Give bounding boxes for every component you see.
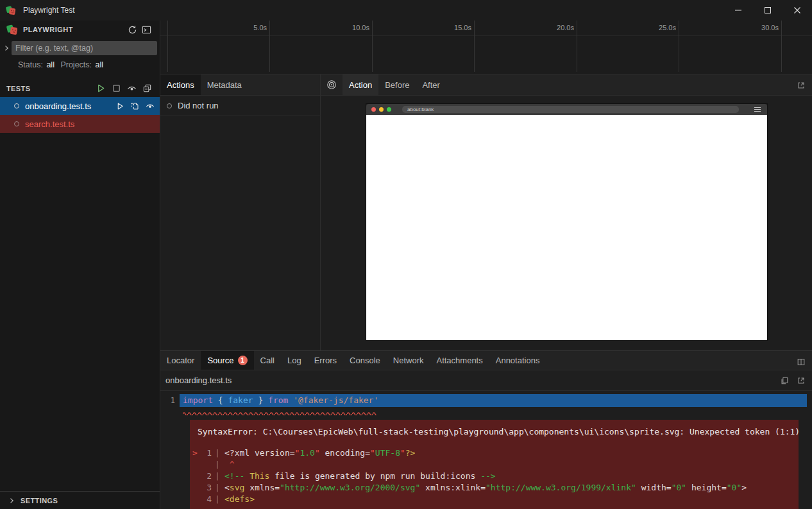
filter-input[interactable] bbox=[12, 41, 157, 55]
timeline-tick bbox=[474, 21, 475, 72]
show-source-button[interactable] bbox=[131, 102, 139, 110]
timeline-tick bbox=[679, 21, 679, 72]
playwright-test-window: Playwright Test PLAYWRIG bbox=[0, 0, 812, 509]
timeline-tick bbox=[269, 21, 270, 72]
filter-row bbox=[0, 40, 160, 56]
tab-errors[interactable]: Errors bbox=[308, 351, 343, 370]
run-test-button[interactable] bbox=[116, 102, 124, 110]
tab-label: Console bbox=[350, 356, 380, 365]
tab-label: Call bbox=[260, 356, 275, 365]
timeline-tick-label: 25.0s bbox=[659, 24, 679, 31]
settings-title: SETTINGS bbox=[21, 497, 58, 505]
address-bar: about:blank bbox=[402, 106, 739, 113]
timeline-tick-label: 30.0s bbox=[761, 24, 781, 31]
content-row: Actions Metadata Did not run bbox=[160, 74, 812, 350]
source-line-1: 1 import { faker } from '@faker-js/faker… bbox=[160, 394, 812, 407]
timeline-tick-label: 15.0s bbox=[454, 24, 474, 31]
tab-label: Source bbox=[207, 356, 233, 365]
main-area: 5.0s 10.0s 15.0s 20.0s 25.0s 30.0s Actio… bbox=[160, 21, 812, 509]
codeframe-row: | ^ bbox=[192, 459, 793, 470]
timeline-scrubber[interactable]: 5.0s 10.0s 15.0s 20.0s 25.0s 30.0s bbox=[160, 21, 812, 74]
timeline-tick-label: 20.0s bbox=[557, 24, 577, 31]
tab-metadata[interactable]: Metadata bbox=[201, 74, 248, 95]
tab-label: Metadata bbox=[207, 80, 242, 90]
test-row-search[interactable]: search.test.ts bbox=[0, 115, 160, 133]
browser-chrome: about:blank bbox=[366, 104, 767, 115]
split-view-button[interactable] bbox=[797, 358, 806, 367]
bottom-tabstrip: Locator Source 1 Call Log Errors Console… bbox=[160, 351, 812, 370]
popout-snapshot-button[interactable] bbox=[797, 81, 806, 90]
tab-after[interactable]: After bbox=[416, 74, 446, 95]
actions-panel: Actions Metadata Did not run bbox=[160, 74, 321, 350]
codeframe-row: 4|<defs> bbox=[192, 494, 793, 505]
timeline-tick bbox=[372, 21, 373, 72]
source-filename: onboarding.test.ts bbox=[165, 375, 232, 385]
traffic-light-green-icon bbox=[387, 107, 391, 112]
error-message: SyntaxError: C:\Courses\EpicWeb\full-sta… bbox=[198, 426, 793, 438]
tab-network[interactable]: Network bbox=[387, 351, 430, 370]
tab-before[interactable]: Before bbox=[378, 74, 416, 95]
open-in-editor-button[interactable] bbox=[797, 376, 806, 385]
timeline-tick bbox=[781, 21, 782, 72]
collapse-all-button[interactable] bbox=[142, 83, 152, 93]
settings-section[interactable]: SETTINGS bbox=[0, 491, 160, 509]
timeline-tick bbox=[577, 21, 577, 72]
window-controls bbox=[723, 0, 812, 21]
chevron-right-icon[interactable] bbox=[1, 43, 12, 53]
did-not-run-row: Did not run bbox=[160, 96, 320, 116]
minimize-button[interactable] bbox=[723, 0, 753, 21]
tab-action[interactable]: Action bbox=[343, 74, 378, 95]
tests-section-header: TESTS bbox=[0, 80, 160, 97]
terminal-button[interactable] bbox=[139, 22, 153, 37]
error-count-badge: 1 bbox=[238, 356, 248, 365]
stop-button[interactable] bbox=[112, 83, 121, 93]
browser-snapshot: about:blank bbox=[366, 104, 767, 340]
tab-label: Network bbox=[393, 356, 424, 365]
close-button[interactable] bbox=[782, 0, 812, 21]
codeframe-row: >1|<?xml version="1.0" encoding="UTF-8"?… bbox=[192, 447, 793, 459]
chevron-right-icon bbox=[6, 496, 17, 506]
pick-locator-button[interactable] bbox=[321, 74, 343, 95]
snapshot-panel: Action Before After bbox=[321, 74, 812, 350]
refresh-button[interactable] bbox=[125, 22, 139, 37]
traffic-light-red-icon bbox=[371, 107, 376, 112]
tab-attachments[interactable]: Attachments bbox=[430, 351, 489, 370]
tab-source[interactable]: Source 1 bbox=[201, 351, 253, 370]
run-all-button[interactable] bbox=[96, 83, 106, 93]
projects-value[interactable]: all bbox=[96, 60, 104, 69]
tab-label: Locator bbox=[167, 356, 194, 365]
tab-label: Actions bbox=[167, 80, 194, 90]
timeline-tick-label: 5.0s bbox=[253, 24, 269, 31]
watch-test-button[interactable] bbox=[146, 101, 155, 110]
tab-actions[interactable]: Actions bbox=[160, 74, 201, 95]
tab-label: Annotations bbox=[496, 356, 540, 365]
tab-annotations[interactable]: Annotations bbox=[489, 351, 546, 370]
tab-console[interactable]: Console bbox=[343, 351, 387, 370]
empty-message: Did not run bbox=[178, 101, 219, 110]
sidebar: PLAYWRIGHT Status: all Projects: all TES… bbox=[0, 21, 160, 509]
tests-title: TESTS bbox=[6, 85, 96, 92]
sidebar-title: PLAYWRIGHT bbox=[23, 26, 125, 33]
line-number: 1 bbox=[160, 394, 180, 407]
tab-label: Before bbox=[385, 80, 409, 90]
bottom-panel: Locator Source 1 Call Log Errors Console… bbox=[160, 350, 812, 509]
tab-call[interactable]: Call bbox=[254, 351, 281, 370]
code-frame: >1|<?xml version="1.0" encoding="UTF-8"?… bbox=[192, 447, 793, 505]
tab-label: Log bbox=[287, 356, 301, 365]
test-status-circle-icon bbox=[14, 121, 19, 126]
window-title: Playwright Test bbox=[23, 6, 74, 15]
sidebar-header: PLAYWRIGHT bbox=[0, 21, 160, 39]
watch-all-button[interactable] bbox=[127, 83, 137, 93]
source-filebar: onboarding.test.ts bbox=[160, 370, 812, 391]
status-value[interactable]: all bbox=[46, 60, 55, 69]
codeframe-row: 3|<svg xmlns="http://www.w3.org/2000/svg… bbox=[192, 482, 793, 494]
titlebar: Playwright Test bbox=[0, 0, 812, 21]
maximize-button[interactable] bbox=[753, 0, 782, 21]
copy-path-button[interactable] bbox=[780, 376, 789, 385]
tab-locator[interactable]: Locator bbox=[160, 351, 201, 370]
tab-log[interactable]: Log bbox=[281, 351, 308, 370]
status-circle-icon bbox=[167, 103, 172, 108]
browser-page-blank bbox=[366, 115, 767, 340]
tab-label: Attachments bbox=[436, 356, 482, 365]
test-row-onboarding[interactable]: onboarding.test.ts bbox=[0, 97, 160, 115]
